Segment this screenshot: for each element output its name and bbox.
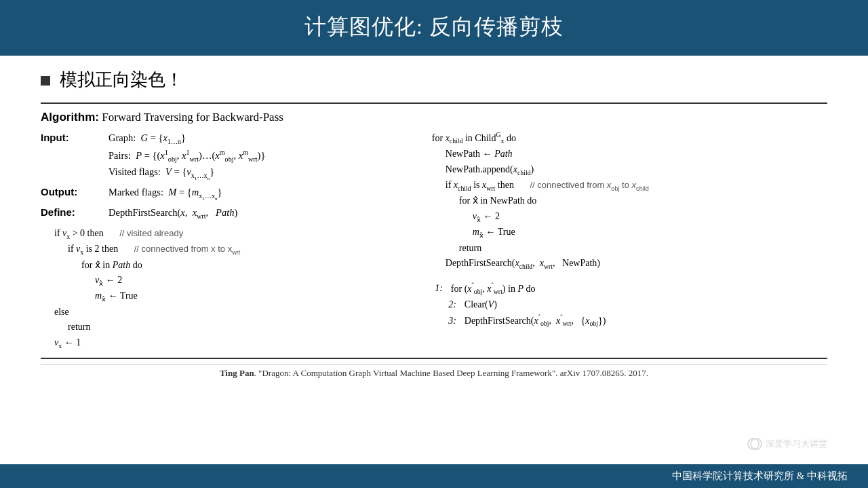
reference-rest: . "Dragon: A Computation Graph Virtual M… [254,368,648,378]
lc-8: vx ← 1 [41,335,418,351]
lc-5: mx̂ ← True [41,288,418,304]
watermark-text: 深度学习大讲堂 [766,438,827,450]
nl-1: 1: for (xˆobj, xˆwrt) in P do [432,280,827,297]
bullet-text: 模拟正向染色！ [60,68,183,92]
rc-newpath1: NewPath ← Path [432,147,827,162]
output-row: Output: Marked flags: M = {mx1…xn} [41,184,418,203]
algorithm-title: Algorithm: Forward Traversing for Backwa… [41,111,827,124]
rc-dfs: DepthFirstSearch(xchild, xwrt, NewPath) [432,256,827,271]
bullet-icon [41,76,50,86]
input-row: Input: Graph: G = {x1…n} Pairs: P = {(x1… [41,130,418,183]
lc-4: vx̂ ← 2 [41,273,418,288]
rc-if-child: if xchild is xwrt then // connectived fr… [432,178,827,193]
slide-header: 计算图优化: 反向传播剪枝 [0,0,868,56]
lc-2: if vx is 2 then // connectived from x to… [41,242,418,257]
bullet-section: 模拟正向染色！ [41,68,827,92]
lc-6: else [41,305,418,320]
nl-2: 2: Clear(V) [446,297,827,312]
define-row: Define: DepthFirstSearch(x, xwrt, Path) [41,204,418,222]
input-content: Graph: G = {x1…n} Pairs: P = {(x1obj, x1… [108,130,265,183]
watermark: 深度学习大讲堂 [747,437,827,451]
input-line-3: Visited flags: V = {vx1…xn} [108,164,265,183]
algorithm-title-bold: Algorithm: [41,111,99,124]
output-content: Marked flags: M = {mx1…xn} [108,185,222,203]
svg-point-1 [751,438,762,449]
lc-7: return [41,320,418,335]
algorithm-section: Algorithm: Forward Traversing for Backwa… [41,102,827,359]
footer-text: 中国科学院计算技术研究所 & 中科视拓 [672,470,848,481]
rc-for: for xchild in ChildGx do [432,130,827,147]
rc-return: return [432,241,827,256]
numbered-lines: 1: for (xˆobj, xˆwrt) in P do 2: Clear(V… [432,280,827,330]
algo-right: for xchild in ChildGx do NewPath ← Path … [418,130,827,351]
header-title: 计算图优化: 反向传播剪枝 [304,14,564,39]
rc-vx: vx̂ ← 2 [432,209,827,225]
input-line-2: Pairs: P = {(x1obj, x1wrt)…(xmobj, xmwrt… [108,147,265,164]
svg-point-0 [748,438,759,449]
main-content: 模拟正向染色！ Algorithm: Forward Traversing fo… [0,56,868,386]
algorithm-title-rest: Forward Traversing for Backward-Pass [99,111,283,124]
left-code: if vx > 0 then // visited already if vx … [41,226,418,352]
lc-1: if vx > 0 then // visited already [41,226,418,242]
lc-3: for x̂ in Path do [41,258,418,273]
algo-left: Input: Graph: G = {x1…n} Pairs: P = {(x1… [41,130,418,351]
input-label: Input: [41,130,108,145]
rc-newpath2: NewPath.append(xchild) [432,162,827,178]
define-label: Define: [41,204,108,220]
rc-mx: mx̂ ← True [432,225,827,240]
output-label: Output: [41,184,108,200]
rc-for2: for x̂ in NewPath do [432,193,827,208]
reference: Ting Pan. "Dragon: A Computation Graph V… [41,364,827,379]
footer: 中国科学院计算技术研究所 & 中科视拓 [0,464,868,488]
nl-3: 3: DepthFirstSearch(xˆobj, xˆwrt, {xobj}… [446,312,827,329]
input-line-1: Graph: G = {x1…n} [108,130,265,147]
reference-author: Ting Pan [220,368,254,378]
algo-columns: Input: Graph: G = {x1…n} Pairs: P = {(x1… [41,130,827,351]
watermark-icon [747,437,763,451]
define-content: DepthFirstSearch(x, xwrt, Path) [108,205,237,222]
